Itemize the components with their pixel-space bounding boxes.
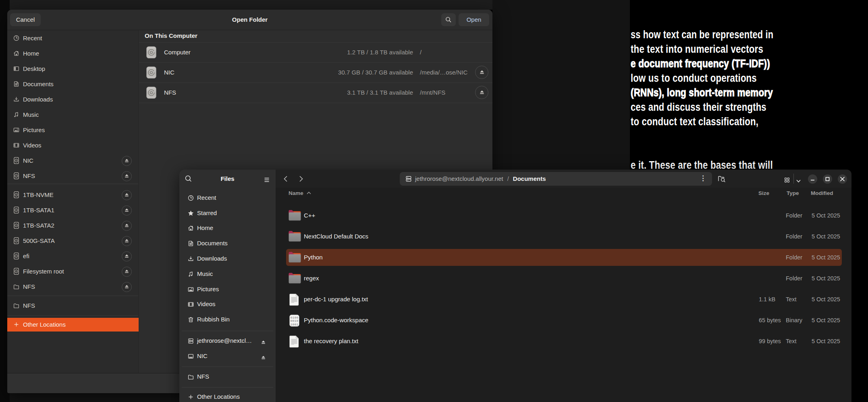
svg-text:0010: 0010 xyxy=(291,319,299,323)
svg-text:1001: 1001 xyxy=(291,323,299,326)
svg-text:0100: 0100 xyxy=(291,316,299,319)
